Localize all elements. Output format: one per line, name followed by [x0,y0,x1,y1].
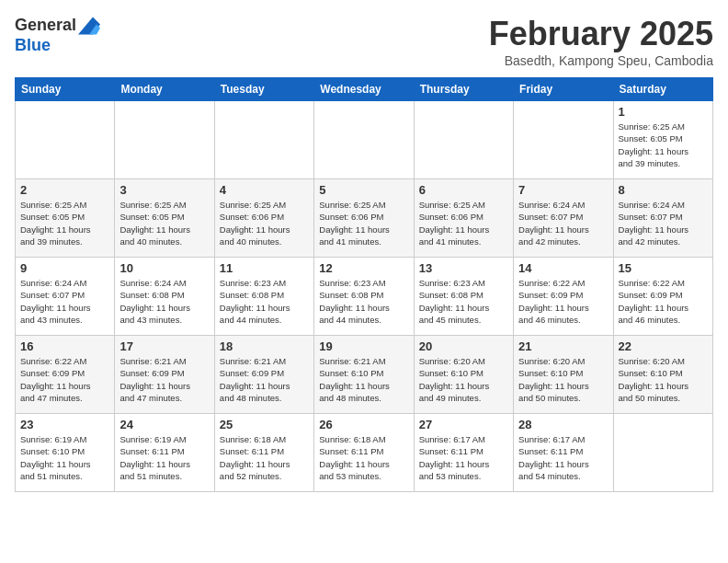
day-info: Sunrise: 6:20 AM Sunset: 6:10 PM Dayligh… [419,355,508,404]
calendar-table: SundayMondayTuesdayWednesdayThursdayFrid… [15,77,713,492]
day-number: 1 [619,105,708,119]
day-number: 19 [319,339,408,353]
calendar-week-4: 16Sunrise: 6:22 AM Sunset: 6:09 PM Dayli… [16,336,713,414]
day-info: Sunrise: 6:22 AM Sunset: 6:09 PM Dayligh… [20,355,109,404]
day-info: Sunrise: 6:25 AM Sunset: 6:05 PM Dayligh… [20,199,109,247]
calendar-cell: 26Sunrise: 6:18 AM Sunset: 6:11 PM Dayli… [314,414,414,492]
calendar-cell: 28Sunrise: 6:17 AM Sunset: 6:11 PM Dayli… [514,414,613,492]
day-number: 26 [319,418,408,431]
calendar-cell: 3Sunrise: 6:25 AM Sunset: 6:05 PM Daylig… [115,179,214,258]
day-info: Sunrise: 6:25 AM Sunset: 6:06 PM Dayligh… [220,199,309,247]
logo-blue-text: Blue [15,37,100,55]
day-info: Sunrise: 6:18 AM Sunset: 6:11 PM Dayligh… [220,433,309,482]
day-info: Sunrise: 6:19 AM Sunset: 6:11 PM Dayligh… [119,433,209,482]
calendar-cell: 25Sunrise: 6:18 AM Sunset: 6:11 PM Dayli… [214,414,313,492]
col-header-wednesday: Wednesday [314,78,414,101]
day-info: Sunrise: 6:25 AM Sunset: 6:05 PM Dayligh… [619,121,708,169]
calendar-cell [214,101,313,179]
day-number: 10 [119,261,209,275]
calendar-cell: 13Sunrise: 6:23 AM Sunset: 6:08 PM Dayli… [414,258,513,336]
day-number: 14 [518,261,608,275]
calendar-week-1: 1Sunrise: 6:25 AM Sunset: 6:05 PM Daylig… [16,101,713,179]
calendar-week-2: 2Sunrise: 6:25 AM Sunset: 6:05 PM Daylig… [16,179,713,258]
calendar-cell: 19Sunrise: 6:21 AM Sunset: 6:10 PM Dayli… [314,336,414,414]
calendar-cell: 18Sunrise: 6:21 AM Sunset: 6:09 PM Dayli… [214,336,313,414]
day-info: Sunrise: 6:22 AM Sunset: 6:09 PM Dayligh… [619,277,708,326]
logo-text: General [15,17,76,35]
day-info: Sunrise: 6:22 AM Sunset: 6:09 PM Dayligh… [518,277,608,326]
logo-general: General [15,16,76,34]
page-header: General Blue February 2025 Basedth, Kamp… [15,15,713,68]
calendar-cell: 24Sunrise: 6:19 AM Sunset: 6:11 PM Dayli… [115,414,214,492]
calendar-cell: 7Sunrise: 6:24 AM Sunset: 6:07 PM Daylig… [514,179,613,258]
day-info: Sunrise: 6:17 AM Sunset: 6:11 PM Dayligh… [419,433,508,482]
calendar-cell: 5Sunrise: 6:25 AM Sunset: 6:06 PM Daylig… [314,179,414,258]
logo-icon [78,15,100,37]
calendar-cell: 6Sunrise: 6:25 AM Sunset: 6:06 PM Daylig… [414,179,513,258]
calendar-cell: 21Sunrise: 6:20 AM Sunset: 6:10 PM Dayli… [514,336,613,414]
col-header-sunday: Sunday [16,78,115,101]
col-header-tuesday: Tuesday [214,78,313,101]
day-info: Sunrise: 6:23 AM Sunset: 6:08 PM Dayligh… [220,277,309,326]
day-info: Sunrise: 6:24 AM Sunset: 6:07 PM Dayligh… [20,277,109,326]
day-number: 21 [518,339,608,353]
calendar-cell [514,101,613,179]
col-header-monday: Monday [115,78,214,101]
day-number: 15 [619,261,708,275]
calendar-week-3: 9Sunrise: 6:24 AM Sunset: 6:07 PM Daylig… [16,258,713,336]
calendar-cell [314,101,414,179]
day-number: 12 [319,261,408,275]
day-number: 13 [419,261,508,275]
day-number: 23 [20,418,109,431]
day-info: Sunrise: 6:17 AM Sunset: 6:11 PM Dayligh… [518,433,608,482]
day-info: Sunrise: 6:25 AM Sunset: 6:05 PM Dayligh… [119,199,209,247]
day-number: 22 [619,339,708,353]
calendar-cell: 4Sunrise: 6:25 AM Sunset: 6:06 PM Daylig… [214,179,313,258]
day-number: 11 [220,261,309,275]
day-number: 16 [20,339,109,353]
day-info: Sunrise: 6:24 AM Sunset: 6:08 PM Dayligh… [119,277,209,326]
calendar-cell: 8Sunrise: 6:24 AM Sunset: 6:07 PM Daylig… [613,179,712,258]
day-info: Sunrise: 6:19 AM Sunset: 6:10 PM Dayligh… [20,433,109,482]
subtitle: Basedth, Kampong Speu, Cambodia [489,53,713,68]
day-info: Sunrise: 6:18 AM Sunset: 6:11 PM Dayligh… [319,433,408,482]
day-info: Sunrise: 6:21 AM Sunset: 6:09 PM Dayligh… [220,355,309,404]
calendar-cell: 12Sunrise: 6:23 AM Sunset: 6:08 PM Dayli… [314,258,414,336]
day-number: 5 [319,183,408,197]
day-number: 17 [119,339,209,353]
calendar-cell: 22Sunrise: 6:20 AM Sunset: 6:10 PM Dayli… [613,336,712,414]
calendar-cell [414,101,513,179]
day-number: 6 [419,183,508,197]
calendar-cell: 9Sunrise: 6:24 AM Sunset: 6:07 PM Daylig… [16,258,115,336]
day-info: Sunrise: 6:23 AM Sunset: 6:08 PM Dayligh… [319,277,408,326]
calendar-cell: 17Sunrise: 6:21 AM Sunset: 6:09 PM Dayli… [115,336,214,414]
calendar-cell: 14Sunrise: 6:22 AM Sunset: 6:09 PM Dayli… [514,258,613,336]
day-info: Sunrise: 6:21 AM Sunset: 6:10 PM Dayligh… [319,355,408,404]
day-info: Sunrise: 6:24 AM Sunset: 6:07 PM Dayligh… [518,199,608,247]
calendar-cell: 15Sunrise: 6:22 AM Sunset: 6:09 PM Dayli… [613,258,712,336]
day-info: Sunrise: 6:21 AM Sunset: 6:09 PM Dayligh… [119,355,209,404]
calendar-cell: 23Sunrise: 6:19 AM Sunset: 6:10 PM Dayli… [16,414,115,492]
calendar-cell: 16Sunrise: 6:22 AM Sunset: 6:09 PM Dayli… [16,336,115,414]
day-number: 9 [20,261,109,275]
day-number: 4 [220,183,309,197]
calendar-cell: 1Sunrise: 6:25 AM Sunset: 6:05 PM Daylig… [613,101,712,179]
day-info: Sunrise: 6:20 AM Sunset: 6:10 PM Dayligh… [619,355,708,404]
day-number: 7 [518,183,608,197]
day-number: 3 [119,183,209,197]
calendar-week-5: 23Sunrise: 6:19 AM Sunset: 6:10 PM Dayli… [16,414,713,492]
calendar-cell: 2Sunrise: 6:25 AM Sunset: 6:05 PM Daylig… [16,179,115,258]
month-title: February 2025 [489,15,713,53]
day-number: 28 [518,418,608,431]
day-number: 25 [220,418,309,431]
day-number: 27 [419,418,508,431]
day-number: 24 [119,418,209,431]
day-info: Sunrise: 6:25 AM Sunset: 6:06 PM Dayligh… [319,199,408,247]
day-info: Sunrise: 6:25 AM Sunset: 6:06 PM Dayligh… [419,199,508,247]
calendar-cell [115,101,214,179]
calendar-cell: 10Sunrise: 6:24 AM Sunset: 6:08 PM Dayli… [115,258,214,336]
calendar-cell: 27Sunrise: 6:17 AM Sunset: 6:11 PM Dayli… [414,414,513,492]
day-info: Sunrise: 6:20 AM Sunset: 6:10 PM Dayligh… [518,355,608,404]
col-header-thursday: Thursday [414,78,513,101]
day-info: Sunrise: 6:23 AM Sunset: 6:08 PM Dayligh… [419,277,508,326]
